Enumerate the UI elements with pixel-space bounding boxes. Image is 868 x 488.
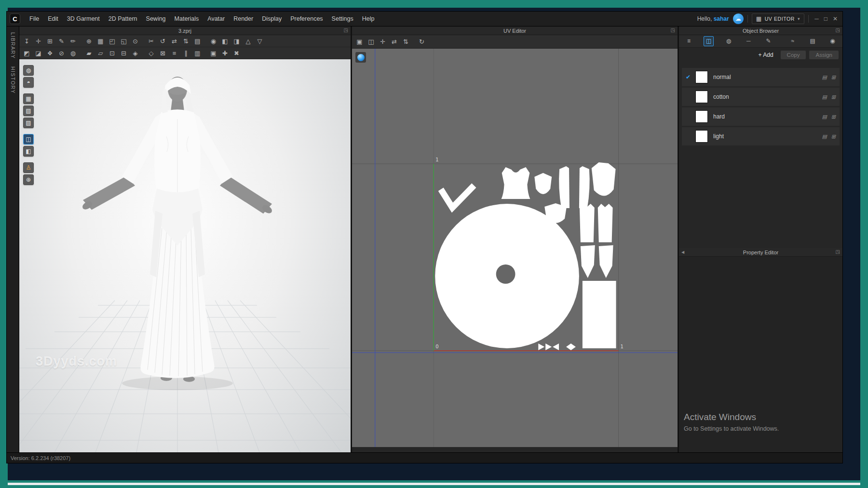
uv-canvas[interactable]: 1 0 1: [352, 49, 678, 447]
show-seamlines-icon[interactable]: ◫: [23, 134, 34, 145]
pin-icon[interactable]: ⊙: [130, 36, 140, 46]
smooth-icon[interactable]: ▽: [255, 36, 265, 46]
fabric-save-icon[interactable]: ⊞: [831, 133, 836, 140]
solidify-icon[interactable]: ▤: [192, 36, 203, 46]
menu-avatar[interactable]: Avatar: [203, 12, 229, 26]
add-button[interactable]: + Add: [755, 51, 777, 59]
fabric-save-icon[interactable]: ⊞: [831, 74, 836, 80]
measure-icon[interactable]: ✖: [231, 48, 242, 58]
select-move-icon[interactable]: ✛: [33, 36, 43, 46]
show-thick-surface-icon[interactable]: ◓: [23, 77, 34, 88]
assign-button[interactable]: Assign: [809, 51, 839, 59]
fabric-save-icon[interactable]: ⊞: [831, 114, 836, 120]
simulate-icon[interactable]: ↧: [22, 36, 32, 46]
pen-polygon-icon[interactable]: ✎: [56, 36, 67, 46]
menu-3d-garment[interactable]: 3D Garment: [63, 12, 104, 26]
free-sewing-icon[interactable]: ▦: [95, 36, 106, 46]
scissors-icon[interactable]: ✂: [146, 36, 156, 46]
viewport-3d[interactable]: ◍◓▦▧▨◫◧♙⊕: [19, 59, 351, 452]
show-mesh-icon[interactable]: ▦: [23, 93, 34, 104]
fabric-properties-icon[interactable]: ▤: [822, 114, 827, 120]
tab-history[interactable]: HISTORY: [10, 66, 16, 94]
popout-icon[interactable]: ◳: [836, 27, 840, 33]
menu-settings[interactable]: Settings: [327, 12, 358, 26]
fabric-properties-icon[interactable]: ▤: [822, 74, 827, 80]
menu-materials[interactable]: Materials: [170, 12, 203, 26]
restore-button[interactable]: □: [824, 15, 827, 22]
fabric-direction-icon[interactable]: ≡: [169, 48, 179, 58]
fabric-row-normal[interactable]: ✔ normal ▤⊞: [682, 68, 840, 86]
menu-render[interactable]: Render: [229, 12, 258, 26]
grading-icon[interactable]: ◈: [130, 48, 140, 58]
show-base-lines-icon[interactable]: ▨: [23, 118, 34, 128]
button-tab-icon[interactable]: ◉: [827, 36, 838, 46]
trim-tab-icon[interactable]: ─: [744, 36, 754, 46]
segment-sewing-icon[interactable]: ⊕: [84, 36, 94, 46]
select-pattern-icon[interactable]: ◩: [22, 48, 32, 58]
show-arrangement-points-icon[interactable]: ⊕: [23, 174, 34, 185]
fabric-swatch[interactable]: [695, 130, 708, 143]
zipper-tool-icon[interactable]: ◨: [231, 36, 242, 46]
menu-file[interactable]: File: [25, 12, 43, 26]
popout-icon[interactable]: ◳: [671, 27, 675, 33]
fabric-properties-icon[interactable]: ▤: [822, 94, 827, 100]
fabric-swatch[interactable]: [695, 91, 708, 103]
internal-polygon-icon[interactable]: ⊡: [107, 48, 117, 58]
menu-2d-pattern[interactable]: 2D Pattern: [104, 12, 142, 26]
copy-button[interactable]: Copy: [781, 51, 806, 59]
texture-edit-icon[interactable]: ◇: [146, 48, 156, 58]
collapse-arrow-icon[interactable]: ◀: [681, 250, 684, 254]
show-avatar-icon[interactable]: ♙: [23, 162, 34, 173]
show-fitting-map-icon[interactable]: ◧: [23, 146, 34, 157]
close-button[interactable]: ✕: [833, 15, 838, 22]
object-sphere-indicator[interactable]: [355, 52, 366, 63]
button-tool-icon[interactable]: ◉: [208, 36, 218, 46]
mode-selector[interactable]: ▦ UV EDITOR ▾: [752, 13, 804, 24]
stripe-icon[interactable]: ▥: [192, 48, 203, 58]
select-mesh-box-icon[interactable]: ⊞: [45, 36, 55, 46]
popout-icon[interactable]: ◳: [836, 249, 840, 254]
flatten-icon[interactable]: ⇄: [169, 36, 179, 46]
menu-preferences[interactable]: Preferences: [286, 12, 327, 26]
base-line-icon[interactable]: ⊟: [119, 48, 129, 58]
add-dart-icon[interactable]: ⊘: [56, 48, 67, 58]
edit-sewing-icon[interactable]: ✏: [68, 36, 78, 46]
puckering-tab-icon[interactable]: ≈: [787, 36, 798, 46]
trace-icon[interactable]: ▰: [84, 48, 94, 58]
arrange-swap-icon[interactable]: ⇅: [181, 36, 191, 46]
clo-logo[interactable]: C: [10, 13, 20, 24]
sphere-material-icon[interactable]: ◍: [724, 36, 734, 46]
fold-arrangement-icon[interactable]: ◰: [107, 36, 117, 46]
cloud-sync-icon[interactable]: ☁: [733, 13, 744, 24]
menu-sewing[interactable]: Sewing: [142, 12, 170, 26]
uv-edit-icon[interactable]: ⊠: [158, 48, 168, 58]
fabric-row-light[interactable]: light ▤⊞: [682, 127, 840, 145]
uv-show-texture-icon[interactable]: ◫: [366, 37, 376, 47]
uv-move-icon[interactable]: ✛: [378, 37, 388, 47]
distribute-icon[interactable]: ✚: [220, 48, 230, 58]
fabric-row-cotton[interactable]: cotton ▤⊞: [682, 88, 840, 106]
sculpt-icon[interactable]: △: [243, 36, 253, 46]
notch-icon[interactable]: ◍: [68, 48, 78, 58]
minimize-button[interactable]: ─: [814, 15, 819, 22]
fabric-tab-icon[interactable]: ◫: [704, 36, 714, 46]
fabric-swatch[interactable]: [695, 110, 708, 123]
uv-snapshot-icon[interactable]: ▣: [354, 37, 365, 47]
wind-icon[interactable]: ◱: [119, 36, 129, 46]
show-internal-lines-icon[interactable]: ▧: [23, 106, 34, 116]
align-icon[interactable]: ▣: [208, 48, 218, 58]
transform-pattern-icon[interactable]: ◪: [33, 48, 43, 58]
show-textured-surface-icon[interactable]: ◍: [23, 65, 34, 76]
texture-tab-icon[interactable]: ▤: [808, 36, 818, 46]
menu-edit[interactable]: Edit: [43, 12, 63, 26]
shrink-icon[interactable]: ∥: [181, 48, 191, 58]
uv-flip-vertical-icon[interactable]: ⇅: [401, 37, 411, 47]
uv-rotate-icon[interactable]: ↻: [417, 37, 427, 47]
topstitch-tab-icon[interactable]: ✎: [763, 36, 773, 46]
edit-point-icon[interactable]: ❖: [45, 48, 55, 58]
steam-icon[interactable]: ↺: [158, 36, 168, 46]
fabric-properties-icon[interactable]: ▤: [822, 133, 827, 140]
tab-library[interactable]: LIBRARY: [10, 32, 16, 59]
fabric-save-icon[interactable]: ⊞: [831, 94, 836, 100]
seam-allowance-icon[interactable]: ▱: [95, 48, 106, 58]
